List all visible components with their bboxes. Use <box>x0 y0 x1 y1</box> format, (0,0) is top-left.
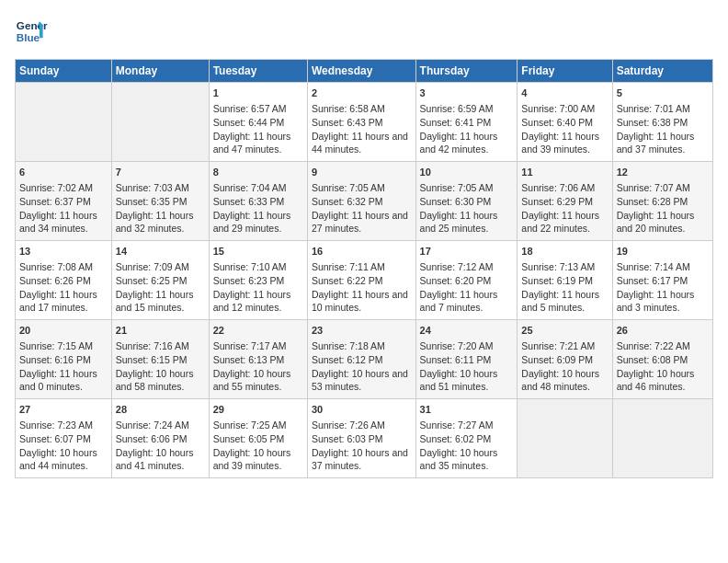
daylight: Daylight: 11 hours and 15 minutes. <box>116 289 194 314</box>
daylight: Daylight: 10 hours and 35 minutes. <box>420 447 498 472</box>
sunrise: Sunrise: 7:04 AM <box>213 182 287 193</box>
day-number: 11 <box>521 166 608 179</box>
sunset: Sunset: 6:37 PM <box>19 196 91 207</box>
day-number: 9 <box>312 166 412 179</box>
weekday-header: Tuesday <box>209 60 307 83</box>
day-number: 24 <box>420 324 514 338</box>
day-number: 4 <box>521 86 608 100</box>
day-number: 6 <box>19 166 108 179</box>
sunset: Sunset: 6:32 PM <box>312 196 383 207</box>
sunrise: Sunrise: 7:25 AM <box>213 419 287 431</box>
calendar-cell: 27Sunrise: 7:23 AMSunset: 6:07 PMDayligh… <box>16 399 112 478</box>
daylight: Daylight: 11 hours and 42 minutes. <box>420 131 498 155</box>
sunset: Sunset: 6:35 PM <box>116 196 188 207</box>
weekday-header: Wednesday <box>307 60 415 83</box>
calendar-table: SundayMondayTuesdayWednesdayThursdayFrid… <box>15 59 713 478</box>
day-number: 5 <box>617 86 709 100</box>
calendar-cell: 2Sunrise: 6:58 AMSunset: 6:43 PMDaylight… <box>307 83 415 162</box>
sunset: Sunset: 6:44 PM <box>213 117 285 128</box>
daylight: Daylight: 11 hours and 5 minutes. <box>521 289 599 314</box>
calendar-cell: 13Sunrise: 7:08 AMSunset: 6:26 PMDayligh… <box>16 241 112 320</box>
daylight: Daylight: 10 hours and 41 minutes. <box>116 447 194 472</box>
sunset: Sunset: 6:25 PM <box>116 275 188 286</box>
daylight: Daylight: 10 hours and 51 minutes. <box>420 368 498 393</box>
sunset: Sunset: 6:13 PM <box>213 354 285 365</box>
weekday-header: Monday <box>111 60 209 83</box>
sunset: Sunset: 6:16 PM <box>19 354 91 365</box>
calendar-cell: 8Sunrise: 7:04 AMSunset: 6:33 PMDaylight… <box>209 162 307 241</box>
daylight: Daylight: 11 hours and 44 minutes. <box>312 131 408 155</box>
daylight: Daylight: 11 hours and 27 minutes. <box>312 210 408 235</box>
day-number: 17 <box>420 245 514 259</box>
calendar-cell: 16Sunrise: 7:11 AMSunset: 6:22 PMDayligh… <box>307 241 415 320</box>
day-number: 21 <box>116 324 205 338</box>
sunset: Sunset: 6:12 PM <box>312 354 383 365</box>
sunrise: Sunrise: 7:10 AM <box>213 261 287 272</box>
daylight: Daylight: 11 hours and 7 minutes. <box>420 289 498 314</box>
calendar-cell: 29Sunrise: 7:25 AMSunset: 6:05 PMDayligh… <box>209 399 307 478</box>
day-number: 8 <box>213 166 303 179</box>
day-number: 22 <box>213 324 303 338</box>
sunrise: Sunrise: 7:27 AM <box>420 419 494 431</box>
sunset: Sunset: 6:11 PM <box>420 354 492 365</box>
calendar-cell: 26Sunrise: 7:22 AMSunset: 6:08 PMDayligh… <box>612 320 712 399</box>
daylight: Daylight: 11 hours and 29 minutes. <box>213 210 291 235</box>
calendar-cell: 3Sunrise: 6:59 AMSunset: 6:41 PMDaylight… <box>415 83 518 162</box>
daylight: Daylight: 11 hours and 34 minutes. <box>19 210 97 235</box>
sunrise: Sunrise: 7:01 AM <box>617 103 690 114</box>
weekday-header: Thursday <box>415 60 518 83</box>
sunrise: Sunrise: 7:13 AM <box>521 261 595 272</box>
sunrise: Sunrise: 7:02 AM <box>19 182 93 193</box>
day-number: 30 <box>312 403 412 417</box>
calendar-cell: 15Sunrise: 7:10 AMSunset: 6:23 PMDayligh… <box>209 241 307 320</box>
day-number: 12 <box>617 166 709 179</box>
day-number: 16 <box>312 245 412 259</box>
sunrise: Sunrise: 7:11 AM <box>312 261 385 272</box>
calendar-cell: 10Sunrise: 7:05 AMSunset: 6:30 PMDayligh… <box>415 162 518 241</box>
sunrise: Sunrise: 7:08 AM <box>19 261 93 272</box>
calendar-header: SundayMondayTuesdayWednesdayThursdayFrid… <box>16 60 713 83</box>
day-number: 28 <box>116 403 205 417</box>
sunset: Sunset: 6:03 PM <box>312 433 383 444</box>
daylight: Daylight: 11 hours and 47 minutes. <box>213 131 291 155</box>
daylight: Daylight: 10 hours and 46 minutes. <box>617 368 695 393</box>
svg-text:Blue: Blue <box>17 31 40 43</box>
calendar-cell: 21Sunrise: 7:16 AMSunset: 6:15 PMDayligh… <box>111 320 209 399</box>
sunrise: Sunrise: 7:21 AM <box>521 340 595 351</box>
sunset: Sunset: 6:17 PM <box>617 275 688 286</box>
svg-text:General: General <box>17 19 48 31</box>
sunset: Sunset: 6:33 PM <box>213 196 285 207</box>
sunrise: Sunrise: 7:24 AM <box>116 419 189 431</box>
daylight: Daylight: 10 hours and 58 minutes. <box>116 368 194 393</box>
calendar-cell: 19Sunrise: 7:14 AMSunset: 6:17 PMDayligh… <box>612 241 712 320</box>
calendar-week: 1Sunrise: 6:57 AMSunset: 6:44 PMDaylight… <box>16 83 713 162</box>
day-number: 2 <box>312 86 412 100</box>
calendar-week: 27Sunrise: 7:23 AMSunset: 6:07 PMDayligh… <box>16 399 713 478</box>
sunset: Sunset: 6:28 PM <box>617 196 688 207</box>
calendar-cell: 28Sunrise: 7:24 AMSunset: 6:06 PMDayligh… <box>111 399 209 478</box>
logo-icon: General Blue <box>15 15 48 48</box>
calendar-cell: 25Sunrise: 7:21 AMSunset: 6:09 PMDayligh… <box>518 320 612 399</box>
calendar-cell: 14Sunrise: 7:09 AMSunset: 6:25 PMDayligh… <box>111 241 209 320</box>
sunset: Sunset: 6:08 PM <box>617 354 688 365</box>
sunset: Sunset: 6:09 PM <box>521 354 593 365</box>
sunrise: Sunrise: 7:18 AM <box>312 340 385 351</box>
page-header: General Blue <box>15 15 713 48</box>
sunrise: Sunrise: 7:12 AM <box>420 261 494 272</box>
day-number: 3 <box>420 86 514 100</box>
sunset: Sunset: 6:22 PM <box>312 275 383 286</box>
calendar-cell: 6Sunrise: 7:02 AMSunset: 6:37 PMDaylight… <box>16 162 112 241</box>
sunset: Sunset: 6:07 PM <box>19 433 91 444</box>
sunset: Sunset: 6:15 PM <box>116 354 188 365</box>
calendar-cell <box>518 399 612 478</box>
calendar-week: 13Sunrise: 7:08 AMSunset: 6:26 PMDayligh… <box>16 241 713 320</box>
sunrise: Sunrise: 7:15 AM <box>19 340 93 351</box>
weekday-header: Sunday <box>16 60 112 83</box>
day-number: 20 <box>19 324 108 338</box>
calendar-cell: 5Sunrise: 7:01 AMSunset: 6:38 PMDaylight… <box>612 83 712 162</box>
calendar-cell: 30Sunrise: 7:26 AMSunset: 6:03 PMDayligh… <box>307 399 415 478</box>
daylight: Daylight: 10 hours and 44 minutes. <box>19 447 97 472</box>
day-number: 25 <box>521 324 608 338</box>
daylight: Daylight: 11 hours and 22 minutes. <box>521 210 599 235</box>
sunset: Sunset: 6:43 PM <box>312 117 383 128</box>
